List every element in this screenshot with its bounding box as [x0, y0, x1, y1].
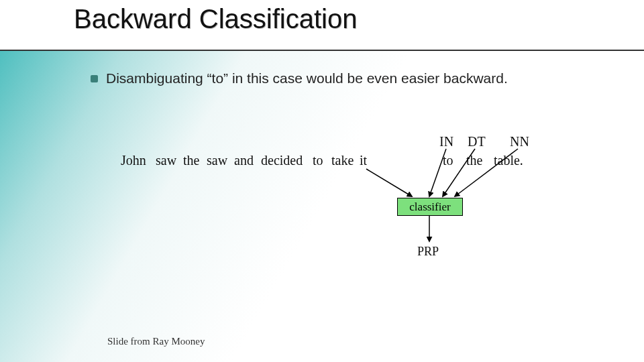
word-and: and — [234, 153, 254, 168]
tag-in: IN — [439, 134, 453, 149]
word-to-2: to — [443, 153, 453, 168]
header-divider — [0, 50, 644, 51]
slide-title: Backward Classification — [74, 4, 357, 34]
bullet-row: Disambiguating “to” in this case would b… — [91, 70, 508, 86]
word-the-2: the — [466, 153, 482, 168]
word-the-1: the — [183, 153, 199, 168]
footer-credit: Slide from Ray Mooney — [107, 336, 205, 347]
tag-nn: NN — [510, 134, 529, 149]
classifier-box: classifier — [397, 198, 463, 216]
bullet-text: Disambiguating “to” in this case would b… — [106, 70, 508, 86]
word-take: take — [331, 153, 354, 168]
output-tag: PRP — [417, 245, 439, 259]
tag-dt: DT — [468, 134, 486, 149]
word-it: it — [360, 153, 367, 168]
slide: Backward Classification Disambiguating “… — [0, 0, 644, 362]
word-to-1: to — [313, 153, 323, 168]
word-saw-2: saw — [207, 153, 227, 168]
bullet-icon — [91, 75, 98, 82]
word-table: table. — [494, 153, 523, 168]
background-gradient — [0, 50, 644, 362]
word-saw-1: saw — [156, 153, 176, 168]
word-decided: decided — [261, 153, 303, 168]
word-john: John — [121, 153, 146, 168]
